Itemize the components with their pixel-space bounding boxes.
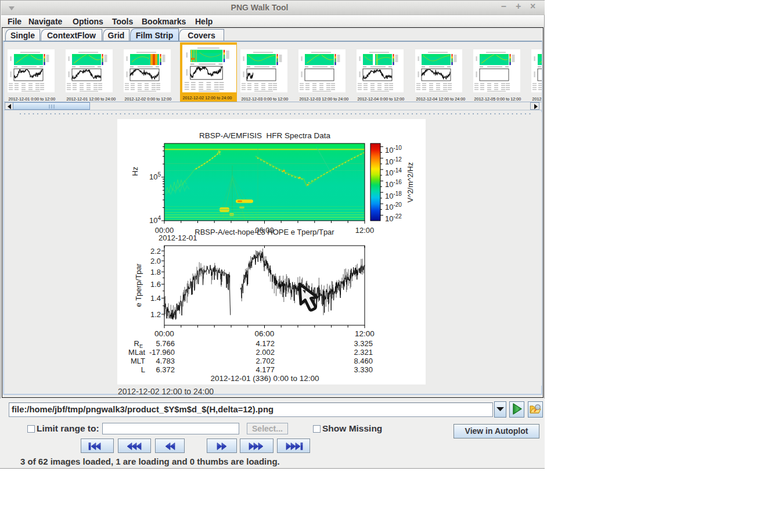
- svg-text:2012-12-01: 2012-12-01: [159, 233, 197, 242]
- svg-text:2.2: 2.2: [150, 247, 161, 256]
- svg-text:2.0: 2.0: [150, 257, 161, 265]
- svg-text:2.321: 2.321: [354, 348, 373, 357]
- svg-text:2.702: 2.702: [255, 357, 275, 365]
- svg-text:6.372: 6.372: [156, 365, 175, 374]
- svg-text:10-16: 10-16: [385, 179, 402, 189]
- svg-text:4.172: 4.172: [255, 339, 275, 348]
- svg-text:10-10: 10-10: [385, 145, 402, 154]
- svg-text:V^2/m^2/Hz: V^2/m^2/Hz: [406, 162, 415, 202]
- svg-text:2012-12-01 (336) 0:00 to 12:00: 2012-12-01 (336) 0:00 to 12:00: [211, 374, 319, 383]
- svg-text:8.460: 8.460: [354, 357, 373, 365]
- svg-text:3.330: 3.330: [354, 365, 373, 374]
- svg-text:1.4: 1.4: [150, 294, 161, 303]
- svg-text:RBSP-A/EMFISIS HFR Spectra Da: RBSP-A/EMFISIS HFR Spectra Data: [199, 131, 330, 140]
- svg-text:10-12: 10-12: [385, 156, 402, 166]
- svg-text:104: 104: [149, 215, 161, 225]
- svg-text:3.325: 3.325: [354, 339, 373, 348]
- svg-text:06:00: 06:00: [255, 329, 275, 338]
- svg-text:10-22: 10-22: [385, 213, 402, 223]
- svg-text:4.177: 4.177: [255, 365, 275, 374]
- svg-text:10-20: 10-20: [385, 202, 402, 211]
- svg-text:10-14: 10-14: [385, 167, 402, 177]
- svg-text:Hz: Hz: [131, 167, 139, 176]
- svg-text:1.6: 1.6: [150, 280, 161, 289]
- svg-text:MLT: MLT: [131, 357, 145, 365]
- svg-text:10-18: 10-18: [385, 190, 402, 200]
- svg-text:12:00: 12:00: [355, 329, 375, 338]
- svg-text:4.783: 4.783: [156, 357, 175, 365]
- svg-text:RBSP-A/ect-hope-L3 HOPE e Tpe: RBSP-A/ect-hope-L3 HOPE e Tperp/Tpar: [195, 228, 334, 236]
- svg-text:-17.960: -17.960: [149, 348, 175, 357]
- svg-text:105: 105: [149, 171, 161, 181]
- svg-text:12:00: 12:00: [355, 226, 375, 235]
- svg-text:1.2: 1.2: [150, 310, 161, 319]
- svg-text:2.002: 2.002: [255, 348, 275, 357]
- svg-text:MLat: MLat: [128, 348, 145, 357]
- svg-text:00:00: 00:00: [154, 329, 174, 338]
- svg-text:5.766: 5.766: [156, 339, 175, 348]
- svg-text:e Tperp/Tpar: e Tperp/Tpar: [134, 263, 143, 307]
- svg-text:L: L: [141, 365, 145, 374]
- svg-text:1.8: 1.8: [150, 268, 161, 276]
